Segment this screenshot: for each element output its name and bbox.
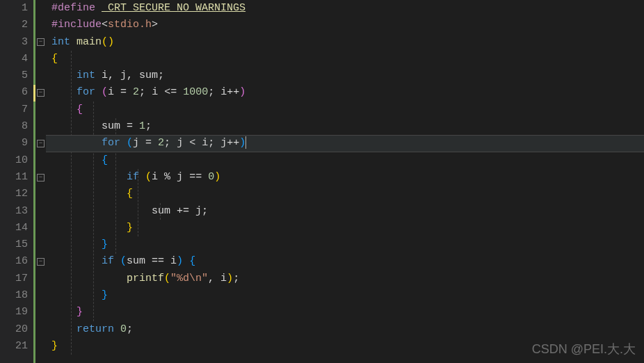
line-number-gutter: 1 2 3 4 5 6 7 8 9 10 11 12 13 14 15 16 1… <box>0 0 33 363</box>
line-number: 19 <box>0 304 28 321</box>
code-area[interactable]: #define _CRT_SECURE_NO_WARNINGS #include… <box>46 0 644 363</box>
code-line[interactable]: sum += j; <box>46 203 644 220</box>
line-number: 14 <box>0 220 28 236</box>
code-line[interactable]: } <box>46 220 644 236</box>
modified-marker <box>33 85 35 102</box>
code-line[interactable]: if (i % j == 0) <box>46 169 644 186</box>
code-line[interactable]: printf("%d\n", i); <box>46 271 644 287</box>
line-number: 17 <box>0 271 28 287</box>
code-line[interactable]: { <box>46 51 644 67</box>
line-number: 21 <box>0 338 28 355</box>
line-number: 2 <box>0 17 28 33</box>
line-number: 12 <box>0 186 28 202</box>
fold-toggle[interactable] <box>37 38 45 46</box>
code-line[interactable]: { <box>46 186 644 202</box>
fold-toggle[interactable] <box>37 174 45 182</box>
fold-toggle[interactable] <box>37 258 45 266</box>
line-number: 11 <box>0 169 28 186</box>
code-line[interactable]: } <box>46 236 644 253</box>
line-number: 18 <box>0 287 28 304</box>
fold-column <box>33 0 46 363</box>
line-number: 3 <box>0 34 28 51</box>
code-line[interactable]: int main() <box>46 34 644 51</box>
code-line[interactable]: return 0; <box>46 321 644 338</box>
fold-toggle[interactable] <box>37 140 45 147</box>
line-number: 15 <box>0 236 28 253</box>
fold-toggle[interactable] <box>37 89 45 97</box>
code-line[interactable]: { <box>46 102 644 118</box>
code-editor[interactable]: 1 2 3 4 5 6 7 8 9 10 11 12 13 14 15 16 1… <box>0 0 644 363</box>
line-number: 5 <box>0 67 28 84</box>
line-number: 9 <box>0 135 28 152</box>
line-number: 20 <box>0 321 28 338</box>
code-line[interactable]: #define _CRT_SECURE_NO_WARNINGS <box>46 0 644 17</box>
code-line[interactable]: } <box>46 304 644 321</box>
watermark: CSDN @PEI.大.大 <box>532 341 636 357</box>
line-number: 7 <box>0 102 28 118</box>
code-line[interactable]: for (i = 2; i <= 1000; i++) <box>46 84 644 101</box>
line-number: 1 <box>0 0 28 17</box>
text-cursor <box>245 136 246 149</box>
line-number: 16 <box>0 253 28 270</box>
code-line[interactable]: { <box>46 152 644 169</box>
code-line[interactable]: #include<stdio.h> <box>46 17 644 33</box>
code-line-current[interactable]: for (j = 2; j < i; j++) <box>46 135 644 152</box>
line-number: 8 <box>0 118 28 135</box>
line-number: 4 <box>0 51 28 67</box>
line-number: 13 <box>0 203 28 220</box>
line-number: 10 <box>0 152 28 169</box>
code-line[interactable]: int i, j, sum; <box>46 67 644 84</box>
code-line[interactable]: if (sum == i) { <box>46 253 644 270</box>
code-line[interactable]: sum = 1; <box>46 118 644 135</box>
code-line[interactable]: } <box>46 287 644 304</box>
line-number: 6 <box>0 84 28 101</box>
